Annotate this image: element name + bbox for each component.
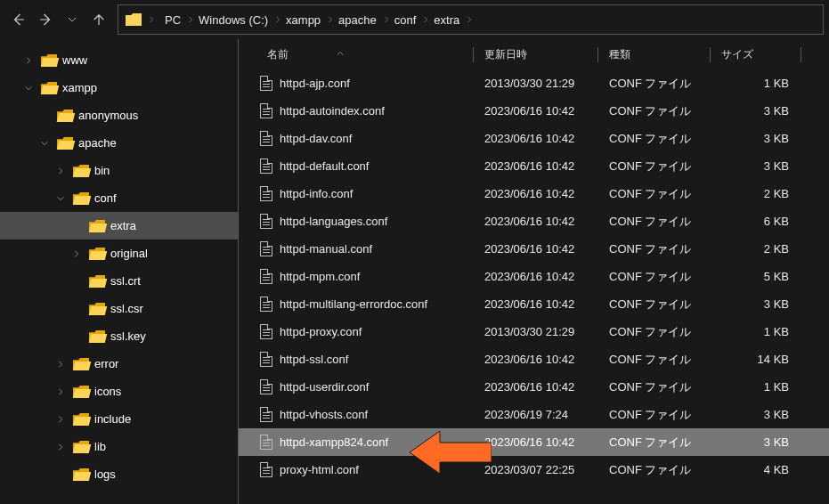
address-bar[interactable]: PCWindows (C:)xamppapacheconfextra [118,4,824,35]
tree-item-label: conf [94,191,117,205]
tree-item[interactable]: include [0,405,238,433]
column-header-name[interactable]: 名前 [239,47,474,62]
file-row[interactable]: httpd-ssl.conf2023/06/16 10:42CONF ファイル1… [239,345,829,373]
recent-locations-button[interactable] [59,5,85,34]
file-type: CONF ファイル [598,435,711,451]
tree-item[interactable]: bin [0,157,238,184]
chevron-right-icon[interactable] [53,360,68,369]
file-row[interactable]: httpd-languages.conf2023/06/16 10:42CONF… [239,207,829,235]
file-row[interactable]: httpd-vhosts.conf2023/06/19 7:24CONF ファイ… [239,401,829,428]
folder-icon [73,192,89,205]
file-row[interactable]: httpd-userdir.conf2023/06/16 10:42CONF フ… [239,373,829,401]
up-button[interactable] [85,5,112,34]
chevron-right-icon[interactable] [53,167,68,175]
tree-item[interactable]: apache [0,129,238,157]
tree-item[interactable]: original [0,240,238,267]
file-name: httpd-languages.conf [280,215,387,228]
column-header-date[interactable]: 更新日時 [474,47,598,62]
chevron-right-icon[interactable] [53,415,68,424]
column-header-type[interactable]: 種類 [598,47,711,62]
tree-item[interactable]: www [0,46,238,74]
tree-item[interactable]: ssl.csr [0,295,238,322]
tree-item[interactable]: xampp [0,74,238,102]
folder-icon [73,358,89,370]
chevron-down-icon[interactable] [37,139,52,148]
breadcrumb-item[interactable]: extra [432,12,475,28]
tree-item[interactable]: logs [0,460,238,488]
column-header-date-label: 更新日時 [484,48,527,61]
folder-icon [89,275,105,288]
file-date: 2023/06/16 10:42 [474,242,598,256]
file-date: 2023/06/16 10:42 [474,353,598,366]
forward-button[interactable] [32,5,59,34]
chevron-right-icon[interactable] [21,56,36,65]
file-type: CONF ファイル [598,324,711,340]
file-row[interactable]: proxy-html.conf2023/03/07 22:25CONF ファイル… [239,456,829,484]
file-size: 1 KB [711,77,801,90]
file-name: httpd-mpm.conf [280,270,360,283]
tree-item-label: error [94,357,118,370]
tree-item[interactable]: icons [0,378,238,405]
file-icon [260,352,272,367]
file-row[interactable]: httpd-dav.conf2023/06/16 10:42CONF ファイル3… [239,125,829,152]
tree-item[interactable]: extra [0,212,238,240]
file-size: 3 KB [711,159,801,173]
file-row[interactable]: httpd-proxy.conf2013/03/30 21:29CONF ファイ… [239,318,829,345]
tree-item[interactable]: lib [0,433,238,460]
file-date: 2023/06/16 10:42 [474,159,598,173]
file-type: CONF ファイル [598,462,711,478]
breadcrumb-item[interactable]: apache [337,12,393,28]
folder-icon [73,468,89,481]
file-icon [260,435,272,450]
breadcrumb-item[interactable]: conf [393,12,433,28]
tree-item-label: icons [94,385,121,398]
file-name: proxy-html.conf [280,463,359,476]
tree-item[interactable]: error [0,350,238,378]
chevron-right-icon [382,15,391,24]
breadcrumb-root-icon[interactable] [124,12,158,28]
file-row[interactable]: httpd-autoindex.conf2023/06/16 10:42CONF… [239,97,829,125]
file-icon [260,76,272,91]
chevron-down-icon[interactable] [53,194,68,203]
tree-item[interactable]: conf [0,184,238,212]
file-row[interactable]: httpd-mpm.conf2023/06/16 10:42CONF ファイル5… [239,263,829,290]
tree-item-label: ssl.key [110,329,146,343]
column-header-size[interactable]: サイズ [711,47,801,62]
file-type: CONF ファイル [598,407,711,423]
breadcrumb-item[interactable]: PC [163,12,197,28]
back-button[interactable] [5,5,32,34]
file-icon [260,131,272,146]
file-row[interactable]: httpd-info.conf2023/06/16 10:42CONF ファイル… [239,180,829,207]
file-row[interactable]: httpd-default.conf2023/06/16 10:42CONF フ… [239,152,829,180]
file-date: 2023/06/16 10:42 [474,104,598,118]
sort-ascending-icon [336,49,345,58]
file-row[interactable]: httpd-ajp.conf2013/03/30 21:29CONF ファイル1… [239,69,829,97]
breadcrumb-item[interactable]: Windows (C:) [197,12,284,28]
chevron-down-icon[interactable] [21,84,36,93]
file-size: 3 KB [711,435,801,449]
chevron-right-icon[interactable] [53,387,68,396]
nav-bar: PCWindows (C:)xamppapacheconfextra [0,0,829,39]
tree-item[interactable]: anonymous [0,102,238,129]
folder-tree[interactable]: wwwxamppanonymousapachebinconfextraorigi… [0,39,239,504]
file-row[interactable]: httpd-xampp824.conf2023/06/16 10:42CONF … [239,428,829,456]
file-row[interactable]: httpd-manual.conf2023/06/16 10:42CONF ファ… [239,235,829,263]
tree-item-label: xampp [62,81,97,94]
folder-icon [126,13,142,26]
breadcrumb-item[interactable]: xampp [284,12,337,28]
chevron-right-icon[interactable] [53,443,68,451]
tree-item[interactable]: ssl.key [0,322,238,350]
chevron-right-icon[interactable] [69,249,84,258]
file-size: 3 KB [711,297,801,311]
chevron-right-icon [147,15,156,24]
tree-item[interactable]: ssl.crt [0,267,238,295]
file-icon [260,462,272,477]
file-size: 1 KB [711,325,801,338]
file-list-pane: 名前 更新日時 種類 サイズ httpd-ajp.conf2013/03/30 … [239,39,829,504]
file-row[interactable]: httpd-multilang-errordoc.conf2023/06/16 … [239,290,829,318]
tree-item-label: ssl.csr [110,302,143,315]
tree-item-label: include [94,412,131,426]
file-date: 2023/06/16 10:42 [474,380,598,394]
chevron-right-icon [326,15,335,24]
file-name: httpd-multilang-errordoc.conf [280,297,427,311]
